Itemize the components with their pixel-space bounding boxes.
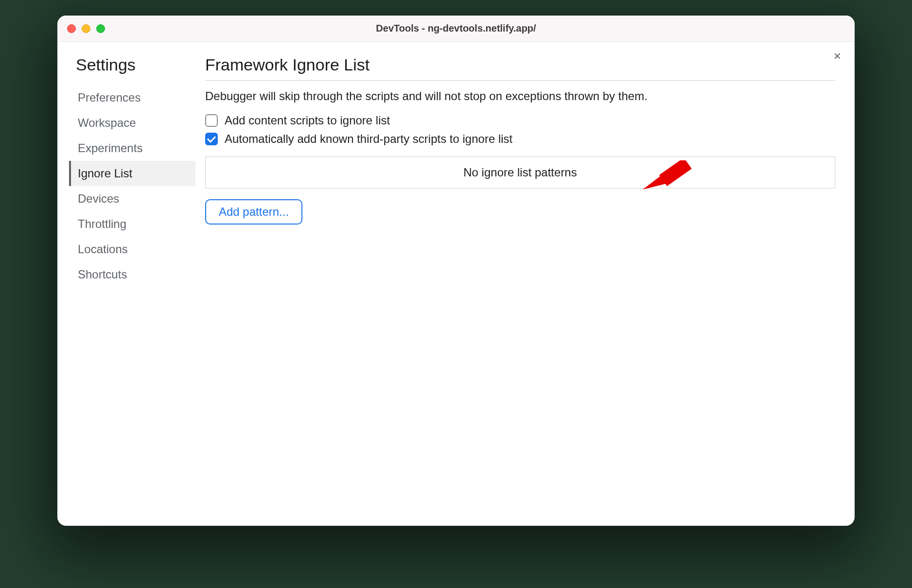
devtools-window: DevTools - ng-devtools.netlify.app/ × Se… (57, 16, 855, 526)
settings-main: Framework Ignore List Debugger will skip… (195, 55, 835, 516)
sidebar-item-experiments[interactable]: Experiments (69, 136, 195, 161)
checkbox-row: Automatically add known third-party scri… (205, 132, 835, 146)
sidebar-item-devices[interactable]: Devices (69, 186, 195, 211)
window-minimize-button[interactable] (82, 24, 90, 33)
window-title: DevTools - ng-devtools.netlify.app/ (57, 23, 855, 34)
sidebar-item-throttling[interactable]: Throttling (69, 211, 195, 237)
page-title: Framework Ignore List (205, 55, 835, 81)
page-description: Debugger will skip through the scripts a… (205, 89, 835, 103)
traffic-lights (67, 24, 105, 33)
window-close-button[interactable] (67, 24, 76, 33)
sidebar-item-preferences[interactable]: Preferences (69, 85, 195, 110)
checkbox[interactable] (205, 133, 218, 145)
sidebar-item-workspace[interactable]: Workspace (69, 110, 195, 136)
checkbox[interactable] (205, 114, 218, 127)
titlebar: DevTools - ng-devtools.netlify.app/ (57, 16, 855, 42)
checkbox-row: Add content scripts to ignore list (205, 114, 835, 127)
window-zoom-button[interactable] (96, 24, 105, 33)
settings-heading: Settings (76, 55, 195, 74)
sidebar-item-locations[interactable]: Locations (69, 237, 195, 262)
sidebar-item-ignore-list[interactable]: Ignore List (69, 161, 195, 186)
add-pattern-button[interactable]: Add pattern... (205, 199, 302, 225)
checkbox-label[interactable]: Add content scripts to ignore list (225, 114, 390, 127)
patterns-empty-box: No ignore list patterns (205, 156, 835, 189)
sidebar-item-shortcuts[interactable]: Shortcuts (69, 262, 195, 287)
settings-body: Settings PreferencesWorkspaceExperiments… (57, 42, 855, 526)
settings-sidebar: Settings PreferencesWorkspaceExperiments… (69, 55, 195, 516)
checkbox-label[interactable]: Automatically add known third-party scri… (225, 132, 512, 146)
